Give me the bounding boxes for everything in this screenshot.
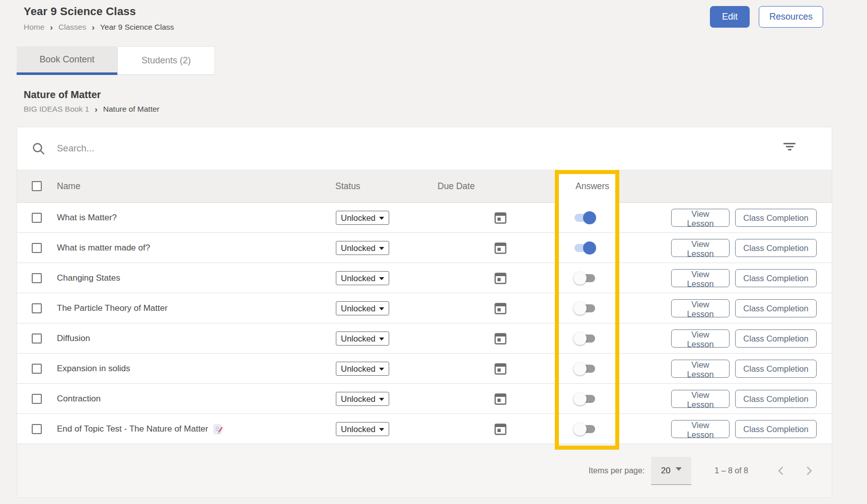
next-page-button[interactable] [801,462,818,479]
items-per-page-value: 20 [661,466,671,476]
row-checkbox[interactable] [32,394,42,404]
class-completion-button[interactable]: Class Completion [735,299,817,317]
due-date-calendar-icon[interactable] [494,241,507,255]
status-dropdown-value: Unlocked [341,304,376,313]
class-completion-button[interactable]: Class Completion [735,239,817,257]
page-range-label: 1 – 8 of 8 [714,466,748,475]
view-lesson-button[interactable]: View Lesson [671,329,730,348]
breadcrumb-home[interactable]: Home [24,23,44,32]
toggle-thumb [573,272,587,285]
items-per-page-select[interactable]: 20 [651,457,691,485]
class-completion-button[interactable]: Class Completion [735,360,817,378]
row-name-cell: End of Topic Test - The Nature of Matter [57,414,223,444]
table-row: Diffusion Unlocked View Lesson Class Com… [17,323,832,354]
row-name-cell: What is matter made of? [57,233,150,263]
row-name-cell: Expansion in solids [57,354,130,384]
answers-toggle[interactable] [573,302,596,315]
status-dropdown[interactable]: Unlocked [336,331,389,346]
tab-students[interactable]: Students (2) [117,46,215,75]
row-checkbox[interactable] [32,364,42,374]
tab-bar: Book Content Students (2) [17,46,867,75]
row-checkbox[interactable] [32,303,42,313]
caret-down-icon [379,307,384,310]
answers-toggle[interactable] [573,241,596,255]
answers-toggle[interactable] [573,423,596,436]
class-completion-button[interactable]: Class Completion [735,329,817,348]
view-lesson-button[interactable]: View Lesson [671,269,730,287]
status-dropdown[interactable]: Unlocked [336,422,389,436]
row-checkbox[interactable] [32,273,42,283]
status-dropdown-value: Unlocked [341,274,376,283]
filter-icon[interactable] [783,143,796,154]
search-row [17,127,832,170]
answers-toggle[interactable] [573,272,596,285]
caret-down-icon [379,247,384,250]
status-dropdown-value: Unlocked [341,334,376,344]
section-title: Nature of Matter [24,89,867,101]
lesson-name: What is matter made of? [57,243,150,253]
table-row: The Particle Theory of Matter Unlocked V… [17,293,832,323]
column-header-status[interactable]: Status [335,170,360,203]
class-completion-button[interactable]: Class Completion [735,420,817,438]
row-checkbox[interactable] [32,243,42,253]
due-date-calendar-icon[interactable] [494,211,507,224]
breadcrumb-current: Year 9 Science Class [100,23,174,32]
breadcrumb-classes[interactable]: Classes [58,23,86,32]
chevron-right-icon: › [92,23,95,32]
status-dropdown[interactable]: Unlocked [336,392,389,406]
test-document-icon [213,424,223,435]
resources-button[interactable]: Resources [759,6,823,28]
due-date-calendar-icon[interactable] [494,392,507,405]
toggle-thumb [573,423,587,436]
toggle-thumb [573,392,587,405]
view-lesson-button[interactable]: View Lesson [671,420,730,438]
breadcrumb-book[interactable]: BIG IDEAS Book 1 [24,105,89,114]
status-dropdown-value: Unlocked [341,394,376,404]
class-completion-button[interactable]: Class Completion [735,209,817,227]
table-header: Name Status Due Date Answers [17,170,832,203]
view-lesson-button[interactable]: View Lesson [671,299,730,317]
view-lesson-button[interactable]: View Lesson [671,239,730,257]
column-header-answers[interactable]: Answers [575,170,609,203]
class-completion-button[interactable]: Class Completion [735,390,817,408]
status-dropdown-value: Unlocked [341,243,376,253]
caret-down-icon [379,338,384,341]
answers-toggle[interactable] [573,392,596,405]
table-body: What is Matter? Unlocked View Lesson Cla… [17,203,832,444]
select-all-checkbox[interactable] [32,181,42,191]
previous-page-button[interactable] [772,462,789,479]
status-dropdown-value: Unlocked [341,425,376,434]
status-dropdown[interactable]: Unlocked [336,211,389,225]
view-lesson-button[interactable]: View Lesson [671,390,730,408]
due-date-calendar-icon[interactable] [494,272,507,285]
title-block: Year 9 Science Class Home › Classes › Ye… [24,5,174,32]
row-checkbox[interactable] [32,333,42,344]
due-date-calendar-icon[interactable] [494,362,507,375]
row-checkbox[interactable] [32,424,42,434]
class-completion-button[interactable]: Class Completion [735,269,817,287]
breadcrumb-topic: Nature of Matter [103,105,160,114]
status-dropdown-value: Unlocked [341,213,376,223]
due-date-calendar-icon[interactable] [494,423,507,436]
status-dropdown[interactable]: Unlocked [336,241,389,255]
status-dropdown[interactable]: Unlocked [336,362,389,376]
view-lesson-button[interactable]: View Lesson [671,209,730,227]
due-date-calendar-icon[interactable] [494,332,507,345]
chevron-right-icon [805,466,814,475]
status-dropdown[interactable]: Unlocked [336,271,389,285]
row-checkbox[interactable] [32,213,42,223]
table-row: End of Topic Test - The Nature of Matter… [17,414,832,444]
answers-toggle[interactable] [573,362,596,375]
column-header-due-date[interactable]: Due Date [438,170,475,203]
answers-toggle[interactable] [573,211,596,224]
search-input[interactable] [57,138,409,158]
edit-button[interactable]: Edit [710,6,750,28]
status-dropdown[interactable]: Unlocked [336,301,389,315]
view-lesson-button[interactable]: View Lesson [671,360,730,378]
due-date-calendar-icon[interactable] [494,302,507,315]
answers-toggle[interactable] [573,332,596,345]
caret-down-icon [379,398,384,401]
row-name-cell: The Particle Theory of Matter [57,293,168,323]
column-header-name[interactable]: Name [57,170,81,203]
tab-book-content[interactable]: Book Content [17,46,117,75]
